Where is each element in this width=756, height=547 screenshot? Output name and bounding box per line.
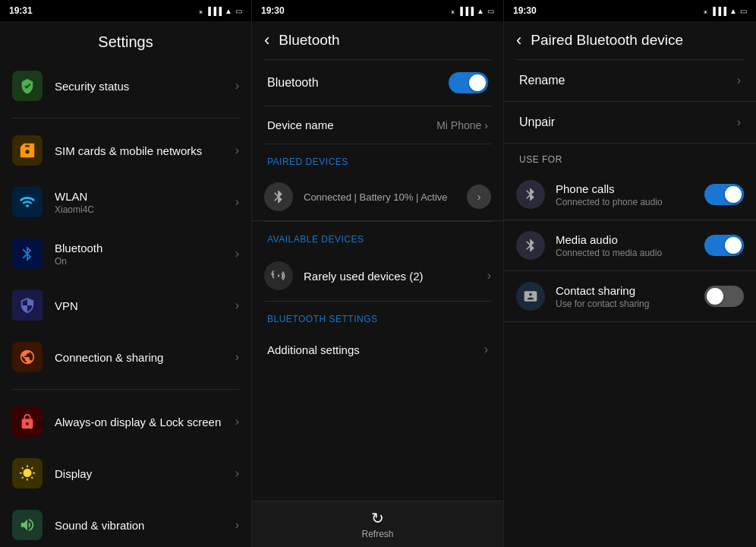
paired-device-header: ‹ Paired Bluetooth device xyxy=(504,21,756,59)
paired-device-settings-button[interactable]: › xyxy=(467,185,491,209)
contact-sharing-toggle[interactable] xyxy=(704,286,744,307)
signal-icon-3: ▐▐▐ xyxy=(710,7,726,15)
status-bar-2: 19:30 ⁎ ▐▐▐ ▲ ▭ xyxy=(252,0,503,21)
wifi-icon-2: ▲ xyxy=(477,7,484,15)
bluetooth-sublabel: On xyxy=(55,256,235,267)
additional-settings-row[interactable]: Additional settings › xyxy=(252,330,503,368)
bluetooth-text: Bluetooth On xyxy=(55,242,235,267)
status-bar-3: 19:30 ⁎ ▐▐▐ ▲ ▭ xyxy=(504,0,756,21)
bt-status-icon: ⁎ xyxy=(451,7,455,15)
available-device-arrow: › xyxy=(487,269,491,283)
available-device-label: Rarely used devices (2) xyxy=(304,270,487,283)
device-name-value: Mi Phone › xyxy=(436,119,488,131)
additional-settings-arrow: › xyxy=(484,343,488,356)
rename-arrow: › xyxy=(737,74,741,87)
available-device-row[interactable]: Rarely used devices (2) › xyxy=(252,251,503,301)
connection-icon xyxy=(12,342,43,372)
unpair-label: Unpair xyxy=(519,115,555,129)
connection-label: Connection & sharing xyxy=(55,351,235,364)
media-audio-label: Media audio xyxy=(556,233,704,246)
paired-device-info: Connected | Battery 10% | Active xyxy=(304,191,467,203)
use-for-section-header: USE FOR xyxy=(504,144,756,169)
signal-icon: ▐▐▐ xyxy=(206,7,222,15)
media-audio-sublabel: Connected to media audio xyxy=(556,248,704,258)
vpn-label: VPN xyxy=(55,299,235,312)
vpn-arrow: › xyxy=(235,299,239,312)
settings-title: Settings xyxy=(15,33,236,51)
paired-device-row[interactable]: Connected | Battery 10% | Active › xyxy=(252,173,503,221)
refresh-icon: ↻ xyxy=(371,509,384,527)
vpn-icon xyxy=(12,290,43,321)
bluetooth-back-button[interactable]: ‹ xyxy=(264,30,269,50)
sound-label: Sound & vibration xyxy=(55,519,235,532)
rename-row[interactable]: Rename › xyxy=(504,60,756,102)
display-label: Display xyxy=(55,467,235,480)
wlan-sublabel: Xiaomi4C xyxy=(55,204,235,215)
device-name-label: Device name xyxy=(267,119,334,131)
refresh-bar[interactable]: ↻ Refresh xyxy=(252,501,503,547)
contact-sharing-toggle-knob xyxy=(707,288,723,305)
settings-item-sim[interactable]: SIM cards & mobile networks › xyxy=(0,125,251,176)
bluetooth-status-icon: ⁎ xyxy=(199,7,203,15)
media-audio-toggle[interactable] xyxy=(704,235,744,256)
wifi-icon-3: ▲ xyxy=(729,7,737,15)
paired-section-header: PAIRED DEVICES xyxy=(252,144,503,173)
signal-icon-2: ▐▐▐ xyxy=(458,7,474,15)
connection-arrow: › xyxy=(235,350,239,364)
bluetooth-label: Bluetooth xyxy=(55,242,235,255)
divider-2 xyxy=(12,389,239,390)
available-device-text: Rarely used devices (2) xyxy=(304,270,487,283)
status-time-2: 19:30 xyxy=(261,5,285,16)
settings-item-bluetooth[interactable]: Bluetooth On › xyxy=(0,228,251,280)
settings-item-security[interactable]: Security status › xyxy=(0,60,251,112)
bluetooth-toggle[interactable] xyxy=(449,72,488,93)
settings-list: Security status › SIM cards & mobile net… xyxy=(0,60,251,547)
security-label: Security status xyxy=(55,80,235,93)
sound-arrow: › xyxy=(235,518,239,532)
display-icon xyxy=(12,458,43,489)
device-name-chevron-icon: › xyxy=(484,119,488,131)
bluetooth-panel: 19:30 ⁎ ▐▐▐ ▲ ▭ ‹ Bluetooth Bluetooth De… xyxy=(252,0,504,547)
battery-icon-3: ▭ xyxy=(740,7,747,15)
vpn-text: VPN xyxy=(55,299,235,312)
sim-text: SIM cards & mobile networks xyxy=(55,144,235,157)
settings-item-display-lock[interactable]: Always-on display & Lock screen › xyxy=(0,396,251,447)
contact-sharing-icon xyxy=(516,282,545,311)
display-lock-arrow: › xyxy=(235,415,239,428)
bt-status-icon-3: ⁎ xyxy=(704,7,707,15)
security-arrow: › xyxy=(235,79,239,93)
status-bar-1: 19:31 ⁎ ▐▐▐ ▲ ▭ xyxy=(0,0,251,21)
divider-1 xyxy=(12,118,239,119)
phone-calls-icon xyxy=(516,180,545,209)
paired-device-status: Connected | Battery 10% | Active xyxy=(304,191,467,203)
status-time-3: 19:30 xyxy=(513,5,537,16)
contact-sharing-text: Contact sharing Use for contact sharing xyxy=(556,284,704,309)
available-device-icon xyxy=(264,261,293,290)
settings-item-vpn[interactable]: VPN › xyxy=(0,280,251,331)
available-section-header: AVAILABLE DEVICES xyxy=(252,222,503,251)
bluetooth-toggle-label: Bluetooth xyxy=(267,76,319,90)
display-text: Display xyxy=(55,467,235,480)
device-name-row[interactable]: Device name Mi Phone › xyxy=(252,106,503,144)
bluetooth-icon xyxy=(12,239,43,269)
media-audio-toggle-knob xyxy=(725,237,742,254)
wlan-text: WLAN Xiaomi4C xyxy=(55,190,235,215)
phone-calls-label: Phone calls xyxy=(556,182,704,195)
settings-item-sound[interactable]: Sound & vibration › xyxy=(0,499,251,547)
sim-icon xyxy=(12,135,43,166)
paired-device-icon xyxy=(264,182,293,211)
settings-item-display[interactable]: Display › xyxy=(0,447,251,499)
contact-sharing-label: Contact sharing xyxy=(556,284,704,297)
settings-item-wlan[interactable]: WLAN Xiaomi4C › xyxy=(0,176,251,228)
security-text: Security status xyxy=(55,80,235,93)
display-arrow: › xyxy=(235,466,239,480)
use-for-media-audio-row: Media audio Connected to media audio xyxy=(504,220,756,271)
settings-item-connection[interactable]: Connection & sharing › xyxy=(0,331,251,383)
unpair-row[interactable]: Unpair › xyxy=(504,102,756,144)
paired-device-back-button[interactable]: ‹ xyxy=(516,30,521,50)
refresh-label: Refresh xyxy=(361,529,393,539)
media-audio-text: Media audio Connected to media audio xyxy=(556,233,704,258)
phone-calls-toggle[interactable] xyxy=(704,184,744,205)
sim-arrow: › xyxy=(235,144,239,157)
sim-label: SIM cards & mobile networks xyxy=(55,144,235,157)
